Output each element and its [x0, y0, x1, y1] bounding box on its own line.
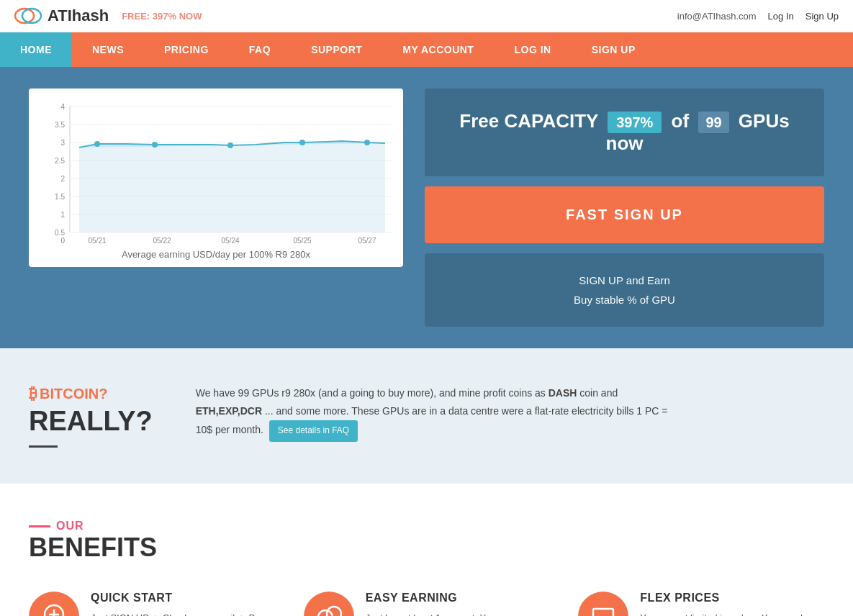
- bitcoin-subtitle: BITCOIN?: [40, 386, 107, 402]
- coins-text: ETH,EXP,DCR: [196, 405, 262, 417]
- laptop-icon: [589, 603, 618, 616]
- nav-home[interactable]: HOME: [0, 32, 72, 67]
- nav-log-in[interactable]: LOG IN: [494, 32, 571, 67]
- earn-line1: SIGN UP and Earn: [442, 271, 807, 290]
- nav-faq[interactable]: FAQ: [229, 32, 291, 67]
- chart-area: 4 3.5 3 2.5 2 1.5 1 0.5 0 05/21 05/22 05…: [40, 99, 392, 243]
- quick-start-icon: [40, 603, 68, 616]
- svg-point-31: [364, 140, 370, 145]
- easy-earning-icon-wrap: [304, 592, 354, 616]
- earnings-chart: 4 3.5 3 2.5 2 1.5 1 0.5 0 05/21 05/22 05…: [40, 99, 392, 243]
- svg-rect-41: [593, 609, 613, 616]
- easy-earning-desc: Just buy at least 1 percent. You can wit…: [366, 610, 550, 616]
- svg-text:1: 1: [60, 211, 65, 219]
- benefits-heading: OUR BENEFITS: [29, 520, 824, 563]
- gpu-count: 99: [698, 112, 728, 133]
- svg-text:05/21: 05/21: [88, 237, 106, 243]
- logo-area: ATIhash FREE: 397% NOW: [14, 6, 202, 26]
- bitcoin-section: ₿ BITCOIN? REALLY? We have 99 GPUs r9 28…: [0, 348, 853, 484]
- free-badge: FREE: 397% NOW: [122, 11, 202, 22]
- svg-point-28: [152, 142, 158, 148]
- svg-marker-26: [79, 141, 385, 232]
- capacity-of: of: [672, 110, 690, 132]
- faq-link[interactable]: See details in FAQ: [269, 420, 358, 442]
- quick-start-content: QUICK START Just SIGN UP -> Check your e…: [91, 592, 275, 616]
- svg-text:2.5: 2.5: [55, 157, 65, 165]
- svg-point-30: [299, 140, 305, 145]
- benefits-section-label: OUR: [29, 520, 824, 533]
- svg-point-37: [318, 610, 333, 616]
- svg-text:3.5: 3.5: [55, 121, 65, 129]
- flex-prices-desc: You are not limited in orders. You can d…: [640, 610, 824, 616]
- flex-prices-icon-wrap: [578, 592, 628, 616]
- bitcoin-left: ₿ BITCOIN? REALLY?: [29, 384, 153, 448]
- signup-link[interactable]: Sign Up: [805, 11, 839, 22]
- svg-text:0: 0: [60, 237, 65, 243]
- benefit-quick-start: QUICK START Just SIGN UP -> Check your e…: [29, 592, 275, 616]
- nav-pricing[interactable]: PRICING: [144, 32, 229, 67]
- benefits-line-accent: [29, 525, 50, 527]
- main-nav: HOME NEWS PRICING FAQ SUPPORT MY ACCOUNT…: [0, 32, 853, 67]
- easy-earning-icon: [315, 603, 343, 616]
- benefit-easy-earning: EASY EARNING Just buy at least 1 percent…: [304, 592, 550, 616]
- easy-earning-content: EASY EARNING Just buy at least 1 percent…: [366, 592, 550, 616]
- quick-start-icon-wrap: [29, 592, 79, 616]
- svg-text:4: 4: [60, 103, 65, 111]
- signup-earn-card: SIGN UP and Earn Buy stable % of GPU: [425, 253, 824, 327]
- easy-earning-title: EASY EARNING: [366, 592, 550, 604]
- svg-point-29: [227, 142, 233, 148]
- quick-start-title: QUICK START: [91, 592, 275, 604]
- bitcoin-divider: [29, 445, 58, 448]
- nav-news[interactable]: NEWS: [72, 32, 144, 67]
- chart-label: Average earning USD/day per 100% R9 280x: [40, 249, 392, 260]
- capacity-card: Free CAPACITY 397% of 99 GPUs now: [425, 89, 824, 176]
- logo-icon: [14, 6, 42, 26]
- flex-prices-title: FLEX PRICES: [640, 592, 824, 604]
- svg-text:2: 2: [60, 175, 65, 183]
- earn-line2: Buy stable % of GPU: [442, 290, 807, 309]
- benefits-title: BENEFITS: [29, 533, 824, 563]
- bitcoin-body: We have 99 GPUs r9 280x (and a going to …: [196, 384, 685, 442]
- login-link[interactable]: Log In: [768, 11, 794, 22]
- hero-section: 4 3.5 3 2.5 2 1.5 1 0.5 0 05/21 05/22 05…: [0, 67, 853, 348]
- svg-text:05/22: 05/22: [153, 237, 171, 243]
- top-bar: ATIhash FREE: 397% NOW info@ATIhash.com …: [0, 0, 853, 32]
- bitcoin-title: REALLY?: [29, 406, 153, 437]
- top-right-links: info@ATIhash.com Log In Sign Up: [677, 11, 839, 22]
- dash-text: DASH: [549, 387, 577, 399]
- btc-symbol: ₿: [29, 384, 37, 403]
- benefit-flex-prices: FLEX PRICES You are not limited in order…: [578, 592, 824, 616]
- svg-text:05/24: 05/24: [221, 237, 239, 243]
- svg-text:05/27: 05/27: [358, 237, 376, 243]
- nav-sign-up[interactable]: SIGN UP: [572, 32, 656, 67]
- svg-text:05/25: 05/25: [293, 237, 311, 243]
- email-text: info@ATIhash.com: [677, 11, 757, 22]
- capacity-prefix: Free CAPACITY: [459, 110, 598, 132]
- flex-prices-content: FLEX PRICES You are not limited in order…: [640, 592, 824, 616]
- capacity-section: Free CAPACITY 397% of 99 GPUs now FAST S…: [425, 89, 824, 327]
- bitcoin-icon-text: ₿ BITCOIN?: [29, 384, 153, 403]
- quick-start-desc: Just SIGN UP -> Check your email -> Pay …: [91, 610, 275, 616]
- benefits-section: OUR BENEFITS QUICK START Just SIGN UP ->…: [0, 484, 853, 616]
- nav-support[interactable]: SUPPORT: [291, 32, 382, 67]
- svg-point-27: [94, 141, 100, 147]
- benefits-grid: QUICK START Just SIGN UP -> Check your e…: [29, 592, 824, 616]
- capacity-percent: 397%: [608, 112, 662, 133]
- svg-text:0.5: 0.5: [55, 229, 65, 237]
- svg-text:3: 3: [60, 139, 65, 147]
- chart-box: 4 3.5 3 2.5 2 1.5 1 0.5 0 05/21 05/22 05…: [29, 89, 403, 267]
- nav-my-account[interactable]: MY ACCOUNT: [382, 32, 494, 67]
- fast-signup-button[interactable]: FAST SIGN UP: [425, 186, 824, 243]
- svg-text:1.5: 1.5: [55, 193, 65, 201]
- logo-text: ATIhash: [48, 6, 109, 25]
